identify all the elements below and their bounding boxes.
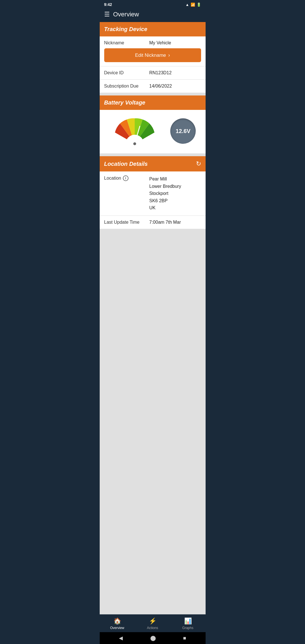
- wifi-icon: ▲: [186, 3, 189, 7]
- location-details-title: Location Details: [104, 161, 148, 167]
- subscription-due-value: 14/06/2022: [149, 84, 201, 89]
- bottom-nav: 🏠 Overview ⚡ Actions 📊 Graphs: [100, 614, 206, 632]
- bar-chart-icon: 📊: [184, 617, 192, 625]
- tracking-device-card: Tracking Device Nickname My Vehicle Edit…: [100, 22, 206, 93]
- last-update-value: 7:00am 7th Mar: [149, 220, 201, 225]
- svg-point-2: [133, 142, 136, 145]
- nav-item-graphs[interactable]: 📊 Graphs: [170, 615, 206, 632]
- status-icons: ▲ 📶 🔋: [186, 3, 201, 7]
- device-id-label: Device ID: [104, 70, 149, 75]
- nav-label-graphs: Graphs: [182, 626, 193, 630]
- location-value: Pear MillLower BredburyStockportSK6 2BPU…: [149, 175, 181, 212]
- voltage-value: 12.6V: [176, 128, 190, 134]
- android-nav-bar: ◀ ⬤ ■: [100, 632, 206, 644]
- page-title: Overview: [113, 11, 139, 18]
- location-row: Location i Pear MillLower BredburyStockp…: [100, 171, 206, 216]
- tracking-device-header: Tracking Device: [100, 22, 206, 36]
- subscription-due-label: Subscription Due: [104, 84, 149, 89]
- signal-icon: 📶: [191, 3, 195, 7]
- location-details-header: Location Details ↻: [100, 156, 206, 171]
- android-home-button[interactable]: ⬤: [150, 635, 156, 641]
- status-time: 9:42: [104, 2, 112, 7]
- device-id-row: Device ID RN123D12: [100, 66, 206, 80]
- nav-item-overview[interactable]: 🏠 Overview: [100, 615, 135, 632]
- nickname-row: Nickname My Vehicle Edit Nickname ›: [100, 36, 206, 66]
- last-update-label: Last Update Time: [104, 220, 149, 225]
- battery-voltage-title: Battery Voltage: [104, 99, 145, 106]
- main-content: Tracking Device Nickname My Vehicle Edit…: [100, 22, 206, 614]
- voltage-badge: 12.6V: [170, 118, 196, 144]
- subscription-due-row: Subscription Due 14/06/2022: [100, 80, 206, 93]
- android-back-button[interactable]: ◀: [119, 635, 123, 641]
- battery-voltage-card: Battery Voltage: [100, 95, 206, 153]
- nickname-label: Nickname: [104, 40, 149, 45]
- nav-label-actions: Actions: [147, 626, 158, 630]
- info-icon[interactable]: i: [123, 175, 128, 181]
- location-label-wrap: Location i: [104, 175, 149, 181]
- nav-label-overview: Overview: [110, 626, 124, 630]
- hamburger-menu-icon[interactable]: ☰: [104, 11, 110, 18]
- lightning-icon: ⚡: [149, 617, 156, 625]
- home-icon: 🏠: [114, 617, 121, 625]
- battery-voltage-header: Battery Voltage: [100, 95, 206, 110]
- edit-nickname-label: Edit Nickname: [135, 53, 166, 58]
- refresh-icon[interactable]: ↻: [196, 160, 201, 167]
- nickname-value: My Vehicle: [149, 40, 201, 45]
- android-recent-button[interactable]: ■: [183, 635, 186, 641]
- location-label: Location: [104, 176, 121, 181]
- chevron-right-icon: ›: [168, 52, 170, 58]
- top-nav: ☰ Overview: [100, 8, 206, 22]
- edit-nickname-button[interactable]: Edit Nickname ›: [104, 48, 201, 62]
- battery-gauge: [109, 116, 160, 147]
- nav-item-actions[interactable]: ⚡ Actions: [135, 615, 170, 632]
- last-update-row: Last Update Time 7:00am 7th Mar: [100, 216, 206, 229]
- status-bar: 9:42 ▲ 📶 🔋: [100, 0, 206, 8]
- battery-icon: 🔋: [197, 3, 201, 7]
- location-details-card: Location Details ↻ Location i Pear MillL…: [100, 156, 206, 229]
- tracking-device-title: Tracking Device: [104, 26, 147, 32]
- gauge-svg: [109, 116, 160, 147]
- gauge-container: 12.6V: [100, 110, 206, 153]
- device-id-value: RN123D12: [149, 70, 201, 75]
